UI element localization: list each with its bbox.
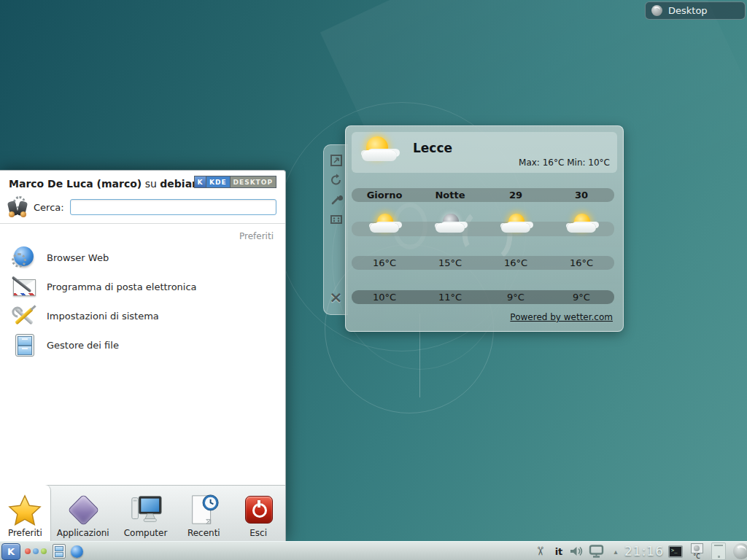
- night-temp: 10°C: [352, 292, 417, 303]
- web-browser-icon: [12, 245, 36, 270]
- kickoff-menu: Marco De Luca (marco) su debian K KDE DE…: [0, 170, 286, 541]
- user-name: Marco De Luca (marco): [9, 178, 142, 190]
- terminal-tray-icon[interactable]: >_: [666, 542, 685, 560]
- weather-max-min: Max: 16°C Min: 10°C: [519, 158, 610, 168]
- kickoff-header: Marco De Luca (marco) su debian K KDE DE…: [0, 171, 285, 194]
- resize-icon[interactable]: [330, 154, 343, 167]
- rotate-icon[interactable]: [330, 174, 343, 187]
- computer-icon: [129, 493, 163, 526]
- day-temp: 16°C: [352, 257, 417, 268]
- night-temp: 9°C: [549, 292, 614, 303]
- panel-widget-strip[interactable]: [711, 542, 726, 560]
- desktop-toolbox-label: Desktop: [668, 5, 708, 16]
- kde-logo-icon: K: [195, 176, 206, 187]
- weather-condition-row: [352, 222, 614, 236]
- menu-item-email[interactable]: Programma di posta elettronica: [0, 272, 285, 301]
- network-monitor-icon[interactable]: [587, 542, 606, 560]
- kickoff-search-row: Cerca:: [0, 194, 285, 223]
- day-temp: 15°C: [417, 257, 483, 268]
- badge-desktop-label: DESKTOP: [231, 176, 276, 187]
- weather-widget[interactable]: Lecce Max: 16°C Min: 10°C Giorno Notte 2…: [345, 125, 624, 332]
- weather-col: Giorno: [352, 190, 417, 201]
- day-temp: 16°C: [549, 257, 614, 268]
- tab-computer[interactable]: Computer: [115, 486, 177, 541]
- kde-desktop-badge: K KDE DESKTOP: [194, 176, 276, 188]
- tab-applicazioni[interactable]: Applicazioni: [51, 486, 115, 541]
- file-manager-icon: [12, 332, 36, 357]
- sun-cloud-icon: [565, 214, 597, 236]
- badge-kde-label: KDE: [206, 176, 231, 187]
- tab-preferiti[interactable]: Preferiti: [0, 485, 51, 541]
- weather-col: Notte: [417, 190, 483, 201]
- file-manager-launcher[interactable]: [51, 542, 67, 560]
- kickoff-tabbar: Preferiti Applicazioni Computer Recenti …: [0, 485, 285, 541]
- day-temp: 16°C: [483, 257, 549, 268]
- moon-cloud-icon: [434, 214, 466, 236]
- weather-night-temps: 10°C 11°C 9°C 9°C: [352, 290, 614, 304]
- menu-item-system-settings[interactable]: Impostazioni di sistema: [0, 301, 285, 330]
- tab-recenti[interactable]: Recenti: [176, 486, 231, 541]
- browser-launcher[interactable]: [69, 542, 85, 560]
- kde-menu-button[interactable]: K: [1, 543, 20, 560]
- power-icon: [241, 493, 275, 526]
- user-connector: su: [142, 178, 160, 190]
- sun-cloud-icon: [368, 214, 400, 236]
- menu-item-file-manager[interactable]: Gestore dei file: [0, 330, 285, 359]
- search-label: Cerca:: [34, 202, 64, 213]
- volume-icon[interactable]: [568, 542, 586, 560]
- system-settings-icon: [12, 303, 36, 328]
- pager-dot-red[interactable]: [25, 548, 31, 554]
- weather-column-headers: Giorno Notte 29 30: [352, 188, 614, 202]
- menu-item-browser-web[interactable]: Browser Web: [0, 243, 285, 272]
- star-icon: [8, 493, 42, 526]
- desktop-toolbox[interactable]: Desktop: [645, 1, 746, 20]
- plasma-cashew-icon: [651, 5, 662, 16]
- bottom-panel: K ✂ it ▴ 21:16 >_ °C: [0, 541, 747, 560]
- pager-dot-green[interactable]: [41, 548, 47, 554]
- configure-wrench-icon[interactable]: [330, 193, 343, 206]
- globe-icon: [71, 545, 83, 558]
- klipper-scissors-icon[interactable]: ✂: [531, 543, 550, 559]
- applications-diamond-icon: [66, 493, 100, 526]
- night-temp: 9°C: [483, 292, 549, 303]
- night-temp: 11°C: [417, 292, 483, 303]
- weather-day-temps: 16°C 15°C 16°C 16°C: [352, 256, 614, 270]
- mail-icon: [12, 274, 36, 299]
- weather-col: 29: [483, 190, 549, 201]
- activity-pager[interactable]: [23, 542, 48, 560]
- weather-city: Lecce: [413, 141, 452, 155]
- keyboard-layout-indicator[interactable]: it: [551, 542, 566, 560]
- search-binoculars-icon: [7, 197, 28, 217]
- weather-widget-handle[interactable]: ×: [323, 144, 348, 315]
- settings-icon[interactable]: [330, 213, 343, 226]
- tab-esci[interactable]: Esci: [231, 486, 285, 541]
- weather-header: Lecce Max: 16°C Min: 10°C: [352, 132, 617, 173]
- digital-clock[interactable]: 21:16: [623, 542, 665, 560]
- sun-cloud-icon: [360, 136, 401, 168]
- weather-col: 30: [549, 190, 614, 201]
- tray-expander-icon[interactable]: ▴: [610, 542, 622, 560]
- sun-cloud-icon: [500, 214, 532, 236]
- file-manager-icon: [53, 544, 66, 559]
- wetter-credit-link[interactable]: Powered by wetter.com: [510, 312, 613, 322]
- weather-tray-glyph: [691, 543, 703, 553]
- search-input[interactable]: [70, 199, 276, 215]
- panel-cashew[interactable]: [729, 542, 747, 560]
- user-host-line: Marco De Luca (marco) su debian: [9, 178, 199, 190]
- plasma-cashew-icon: [733, 543, 747, 559]
- weather-tray-icon[interactable]: °C: [686, 542, 707, 560]
- recent-documents-icon: [187, 493, 220, 526]
- section-label-preferiti: Preferiti: [0, 224, 285, 243]
- pager-dot-blue[interactable]: [33, 548, 39, 554]
